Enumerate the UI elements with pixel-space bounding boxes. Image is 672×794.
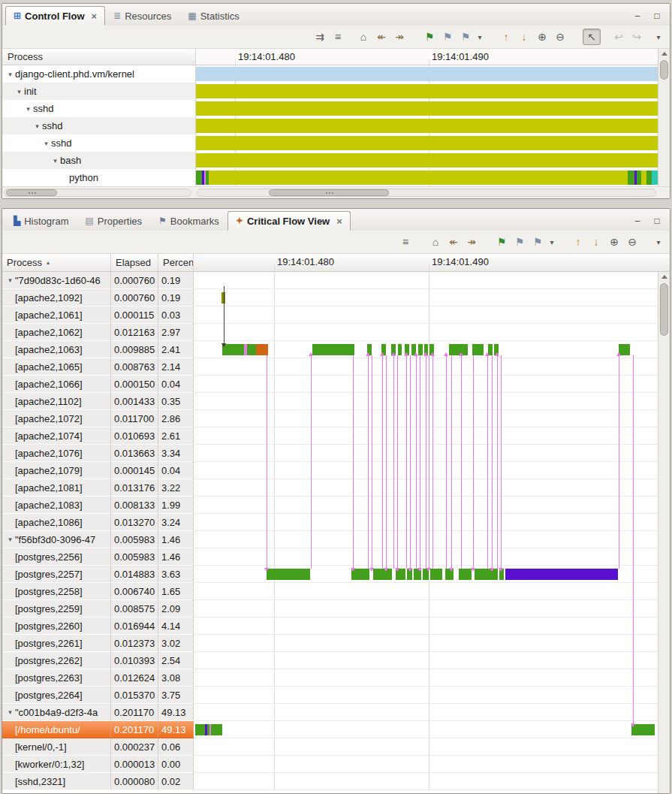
expand-icon[interactable]: ▾ [5,708,15,716]
add-bookmark-icon[interactable]: ⚑ [420,29,438,45]
state-row[interactable] [196,65,658,83]
tree-row[interactable]: python [2,169,195,186]
vertical-scrollbar[interactable] [658,272,670,793]
expand-icon[interactable]: ▾ [5,71,15,78]
state-bar[interactable] [505,569,618,580]
tree-row[interactable]: ▾sshd [2,117,195,134]
state-row[interactable] [196,169,658,186]
tree-row[interactable]: ▾django-client.phd.vm/kernel [2,65,195,83]
state-row[interactable] [196,134,658,152]
arrow-down-icon[interactable]: ↓ [587,234,605,250]
scroll-up-icon[interactable] [658,49,670,59]
state-bar[interactable] [196,119,658,133]
state-bar[interactable] [195,724,205,735]
state-bar[interactable] [641,171,646,185]
tab-resources[interactable]: ≣Resources [105,6,179,26]
close-icon[interactable]: × [336,216,342,227]
tab-critical-flow-view[interactable]: ✦Critical Flow View× [228,211,351,231]
state-bar[interactable] [398,344,402,355]
scrollbar-thumb[interactable] [660,283,668,336]
state-row[interactable] [196,100,658,117]
state-bar[interactable] [196,136,658,150]
show-legend-icon[interactable]: ≡ [396,234,414,250]
arrow-up-icon[interactable]: ↑ [569,234,587,250]
state-bar[interactable] [652,171,658,185]
expand-icon[interactable]: ▾ [23,105,33,113]
close-icon[interactable]: × [92,11,98,22]
prev-bookmark-icon[interactable]: ⚑ [438,29,457,45]
view-menu-icon[interactable]: ▾ [653,234,664,250]
next-event-icon[interactable]: ↠ [463,234,481,250]
state-bar[interactable] [196,67,658,81]
dropdown-arrow-icon[interactable]: ▾ [475,29,485,45]
state-row[interactable] [196,152,658,169]
expand-icon[interactable]: ▾ [41,140,51,147]
timeline-horizontal-scrollbar[interactable] [197,189,656,197]
state-bar[interactable] [373,569,392,580]
tree-horizontal-scrollbar[interactable] [4,189,191,197]
scroll-up-icon[interactable] [658,272,670,282]
expand-icon[interactable]: ▾ [32,122,42,130]
percent-column-header[interactable]: Percent [158,254,194,271]
scrollbar-thumb[interactable] [660,60,668,80]
state-bar[interactable] [196,153,658,168]
show-legend-icon[interactable]: ≡ [329,29,347,45]
minimize-icon[interactable]: – [632,216,643,225]
tab-control-flow[interactable]: ⊞Control Flow× [5,6,105,26]
state-bar[interactable] [196,84,658,98]
next-event-icon[interactable]: ↠ [390,29,408,45]
state-bar[interactable] [267,569,310,580]
expand-icon[interactable]: ▾ [5,276,15,284]
prev-event-icon[interactable]: ↞ [444,234,463,250]
zoom-in-icon[interactable]: ⊕ [605,234,623,250]
arrow-up-icon[interactable]: ↑ [497,29,515,45]
process-column-header[interactable]: Process [2,49,195,65]
zoom-in-icon[interactable]: ⊕ [533,29,551,45]
process-column-header[interactable]: Process ▴ [2,254,111,271]
expand-icon[interactable]: ▾ [50,157,60,165]
view-menu-icon[interactable]: ▾ [653,29,664,45]
state-row[interactable] [196,83,658,100]
expand-icon[interactable]: ▾ [5,536,15,543]
state-bar[interactable] [430,569,442,580]
state-bar[interactable] [247,344,256,355]
scrollbar-thumb[interactable] [269,189,389,196]
state-bar[interactable] [628,171,634,185]
state-row[interactable] [196,117,658,134]
state-bar[interactable] [312,344,354,355]
state-bar[interactable] [475,569,498,580]
next-bookmark-icon[interactable]: ⚑ [457,29,475,45]
state-bar[interactable] [472,344,484,355]
state-bar[interactable] [418,344,423,355]
tree-row[interactable]: ▾sshd [2,100,195,117]
tree-row[interactable]: ▾sshd [2,134,195,152]
reset-time-icon[interactable]: ⌂ [354,29,372,45]
state-bar[interactable] [646,171,652,185]
state-bar[interactable] [459,569,472,580]
state-bar[interactable] [209,171,628,185]
zoom-out-icon[interactable]: ⊖ [623,234,641,250]
reset-time-icon[interactable]: ⌂ [426,234,444,250]
timeline-canvas[interactable] [196,65,658,186]
tab-properties[interactable]: ▤Properties [77,211,150,231]
scrollbar-thumb[interactable] [6,189,57,196]
prev-bookmark-icon[interactable]: ⚑ [511,234,529,250]
tab-histogram[interactable]: ▙Histogram [5,211,77,231]
expand-icon[interactable]: ▾ [14,88,24,95]
tab-bookmarks[interactable]: ⚑Bookmarks [150,211,228,231]
state-bar[interactable] [196,101,658,116]
align-views-icon[interactable]: ⇉ [311,29,329,45]
next-bookmark-icon[interactable]: ⚑ [529,234,547,250]
state-bar[interactable] [196,171,202,185]
add-bookmark-icon[interactable]: ⚑ [493,234,511,250]
maximize-icon[interactable]: □ [652,216,662,225]
vertical-scrollbar[interactable] [658,49,670,186]
tree-row[interactable]: ▾init [2,83,195,100]
maximize-icon[interactable]: □ [652,11,662,20]
zoom-out-icon[interactable]: ⊖ [551,29,569,45]
prev-event-icon[interactable]: ↞ [372,29,390,45]
dropdown-arrow-icon[interactable]: ▾ [547,234,557,250]
state-bar[interactable] [256,344,268,355]
arrow-down-icon[interactable]: ↓ [515,29,533,45]
minimize-icon[interactable]: – [632,11,643,20]
